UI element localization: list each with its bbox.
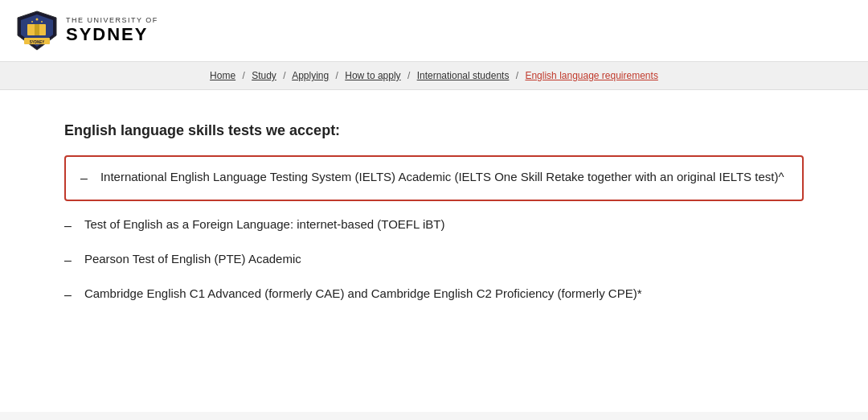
svg-point-7 <box>41 21 43 23</box>
breadcrumb-sep-2: / <box>283 70 285 81</box>
list-dash-3: – <box>64 251 72 270</box>
svg-point-6 <box>31 21 33 23</box>
list-item: – Test of English as a Foreign Language:… <box>64 216 804 236</box>
test-item-text-2: Test of English as a Foreign Language: i… <box>84 216 445 234</box>
breadcrumb-sep-5: / <box>516 70 518 81</box>
svg-point-5 <box>36 19 39 21</box>
breadcrumb-how-to-apply[interactable]: How to apply <box>345 70 400 81</box>
svg-rect-2 <box>27 24 35 35</box>
breadcrumb-bar: Home / Study / Applying / How to apply /… <box>0 62 868 90</box>
test-item-text-1: International English Language Testing S… <box>100 168 784 187</box>
breadcrumb-sep-4: / <box>407 70 410 81</box>
breadcrumb-english-requirements[interactable]: English language requirements <box>525 70 657 81</box>
breadcrumb-sep-1: / <box>242 70 244 81</box>
logo-container: SYDNEY THE UNIVERSITY OF SYDNEY <box>16 10 158 51</box>
breadcrumb-applying[interactable]: Applying <box>292 70 329 81</box>
list-item: – International English Language Testing… <box>64 155 804 201</box>
list-dash-4: – <box>64 286 72 305</box>
breadcrumb-international-students[interactable]: International students <box>417 70 510 81</box>
breadcrumb-sep-3: / <box>336 70 338 81</box>
list-dash-1: – <box>80 169 88 188</box>
main-content: English language skills tests we accept:… <box>0 90 868 412</box>
test-item-text-4: Cambridge English C1 Advanced (formerly … <box>84 285 642 303</box>
logo-text: THE UNIVERSITY OF SYDNEY <box>66 17 158 44</box>
tests-list: – International English Language Testing… <box>64 155 804 305</box>
header: SYDNEY THE UNIVERSITY OF SYDNEY <box>0 0 868 62</box>
list-item: – Cambridge English C1 Advanced (formerl… <box>64 285 804 305</box>
test-item-text-3: Pearson Test of English (PTE) Academic <box>84 250 301 269</box>
breadcrumb: Home / Study / Applying / How to apply /… <box>0 70 868 81</box>
breadcrumb-study[interactable]: Study <box>252 70 276 81</box>
breadcrumb-home[interactable]: Home <box>210 70 235 81</box>
university-shield-icon: SYDNEY <box>16 10 58 51</box>
svg-text:SYDNEY: SYDNEY <box>30 40 45 44</box>
sydney-label: SYDNEY <box>66 25 158 44</box>
svg-rect-4 <box>35 24 39 35</box>
list-dash-2: – <box>64 216 72 236</box>
section-heading: English language skills tests we accept: <box>64 122 804 139</box>
list-item: – Pearson Test of English (PTE) Academic <box>64 250 804 270</box>
